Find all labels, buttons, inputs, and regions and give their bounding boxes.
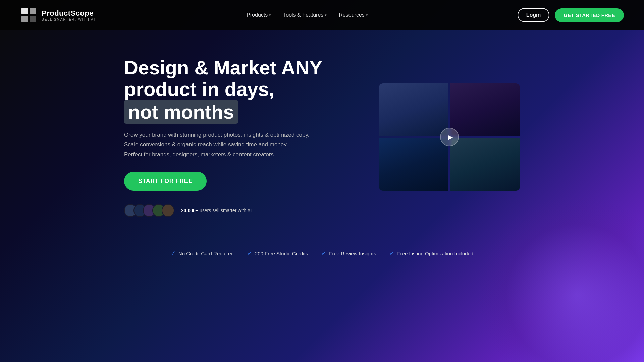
svg-rect-0 (21, 8, 28, 14)
hero-media (379, 83, 520, 191)
play-button[interactable] (440, 128, 459, 146)
checkmark-icon: ✓ (389, 250, 394, 257)
logo-link[interactable]: ProductScope SELL SMARTER. WITH AI. (20, 6, 97, 24)
product-image-tr (450, 83, 520, 136)
chevron-down-icon: ▾ (269, 13, 271, 17)
nav-products[interactable]: Products ▾ (242, 9, 276, 21)
checkmark-icon: ✓ (321, 250, 326, 257)
hero-section: Design & Market ANY product in days, not… (0, 0, 644, 362)
product-image-tl (379, 83, 448, 136)
navbar: ProductScope SELL SMARTER. WITH AI. Prod… (0, 0, 644, 30)
avatar-group (124, 204, 171, 217)
benefit-review-insights: ✓ Free Review Insights (321, 250, 376, 257)
benefit-listing-optimization: ✓ Free Listing Optimization Included (389, 250, 473, 257)
start-free-button[interactable]: START FOR FREE (124, 172, 207, 191)
nav-actions: Login GET STARTED FREE (518, 8, 624, 22)
benefit-studio-credits: ✓ 200 Free Studio Credits (247, 250, 308, 257)
avatar (162, 204, 174, 217)
logo-sub: SELL SMARTER. WITH AI. (42, 18, 97, 21)
hero-content: Design & Market ANY product in days, not… (124, 57, 325, 217)
svg-rect-3 (30, 16, 36, 22)
svg-rect-2 (21, 16, 28, 22)
social-proof: 20,000+ users sell smarter with AI (124, 204, 325, 217)
product-image-br (450, 138, 520, 191)
nav-resources[interactable]: Resources ▾ (334, 9, 372, 21)
product-image-bl (379, 138, 448, 191)
login-button[interactable]: Login (518, 8, 550, 22)
get-started-button[interactable]: GET STARTED FREE (555, 8, 624, 22)
hero-description: Grow your brand with stunning product ph… (124, 130, 325, 160)
benefit-no-credit-card: ✓ No Credit Card Required (171, 250, 234, 257)
benefits-bar: ✓ No Credit Card Required ✓ 200 Free Stu… (0, 244, 644, 263)
checkmark-icon: ✓ (171, 250, 176, 257)
logo-icon (20, 6, 38, 24)
svg-rect-1 (30, 8, 36, 14)
hero-highlight: not months (124, 100, 238, 124)
hero-headline: Design & Market ANY product in days, not… (124, 57, 325, 124)
logo-name: ProductScope (42, 9, 97, 18)
chevron-down-icon: ▾ (325, 13, 327, 17)
chevron-down-icon: ▾ (366, 13, 368, 17)
nav-links: Products ▾ Tools & Features ▾ Resources … (242, 9, 373, 21)
nav-tools-features[interactable]: Tools & Features ▾ (278, 9, 331, 21)
product-video-grid (379, 83, 520, 191)
checkmark-icon: ✓ (247, 250, 252, 257)
social-proof-text: 20,000+ users sell smarter with AI (181, 208, 252, 213)
